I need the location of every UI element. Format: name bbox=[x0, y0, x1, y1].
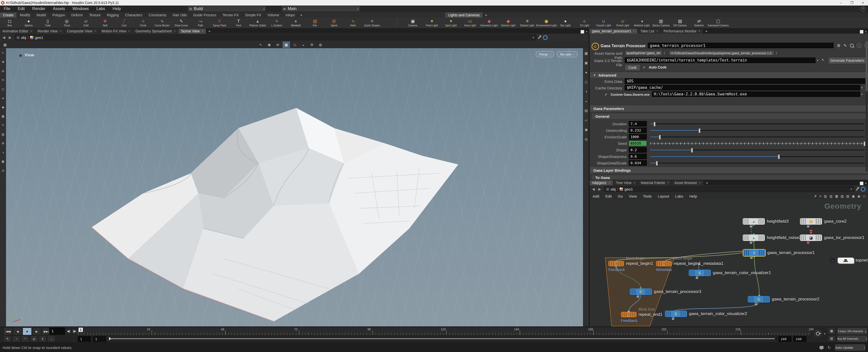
shelf-tool[interactable]: ○ GI Light bbox=[575, 19, 594, 27]
back-button[interactable]: ◀ bbox=[592, 187, 595, 191]
playback-range-bar[interactable] bbox=[111, 338, 776, 339]
spinner-icon[interactable]: ▴▾ bbox=[776, 51, 777, 55]
asset-name-dropdown[interactable]: quadspinner:gaea_terr... bbox=[625, 50, 662, 56]
menu-item[interactable]: Render bbox=[28, 5, 49, 12]
spinner-icon[interactable]: ▴▾ bbox=[357, 7, 358, 10]
menu-item[interactable]: Assets bbox=[49, 5, 69, 12]
shelf-tool[interactable]: @ Spiral bbox=[324, 19, 343, 27]
close-tab-icon[interactable]: × bbox=[174, 29, 176, 33]
gear-icon[interactable]: ⚙ bbox=[837, 43, 840, 48]
refresh-icon[interactable]: ↻ bbox=[828, 345, 831, 350]
shelf-tab[interactable]: Model bbox=[33, 12, 49, 18]
toolbar-icon[interactable]: ◍ bbox=[317, 42, 324, 48]
viewport-tool-icon[interactable]: ✎ bbox=[0, 123, 6, 128]
shelf-tool[interactable]: T Font bbox=[229, 19, 248, 27]
timeline-option-button[interactable]: ‖ bbox=[39, 336, 47, 342]
range-end-field[interactable]: 240 bbox=[794, 336, 806, 342]
network-toolbar-icon[interactable]: ◉ bbox=[858, 194, 860, 198]
slider-handle[interactable] bbox=[778, 154, 780, 159]
close-button[interactable]: × bbox=[862, 1, 864, 5]
slider-track[interactable] bbox=[650, 143, 865, 144]
network-node[interactable]: ● Block Begin repeat_begin1 Feedback bbox=[609, 261, 624, 266]
viewport-tool-icon[interactable]: ▤ bbox=[0, 132, 6, 137]
timeline-option-button[interactable]: ◠ bbox=[21, 336, 29, 342]
swarm-dropdown-icon[interactable]: ▾ bbox=[861, 93, 863, 96]
shelf-tab[interactable]: Volume bbox=[265, 12, 282, 18]
playback-end-field[interactable]: 240 bbox=[778, 336, 792, 342]
breadcrumb[interactable]: ▤ obj / geo1 ▾ bbox=[604, 186, 854, 192]
snap-options-icon[interactable]: ▦ bbox=[1, 42, 8, 48]
auto-update-selector[interactable]: Auto Update ▴▾ bbox=[835, 344, 866, 351]
slider-track[interactable] bbox=[650, 136, 865, 137]
spinner-icon[interactable]: ▴▾ bbox=[264, 7, 265, 10]
advanced-section-header[interactable]: ▼ Advanced bbox=[590, 72, 868, 78]
viewport-tool-icon[interactable]: ⚙ bbox=[0, 140, 6, 146]
viewport-tool-icon[interactable]: ◆ bbox=[0, 104, 6, 110]
shelf-tool[interactable]: ○ Circle bbox=[133, 19, 153, 27]
step-back-button[interactable]: ◀| bbox=[66, 329, 71, 334]
transport-button[interactable]: ■ bbox=[23, 328, 32, 335]
pin-icon[interactable] bbox=[538, 36, 540, 39]
shelf-tool[interactable]: ◻ Box bbox=[0, 19, 19, 27]
shelf-set-selector[interactable]: ⊞ Build ▴▾ bbox=[187, 6, 266, 12]
network-toolbar-icon[interactable]: ▧ bbox=[841, 194, 844, 198]
range-start-handle[interactable] bbox=[109, 337, 111, 341]
breadcrumb-dropdown-icon[interactable]: ▾ bbox=[532, 36, 534, 39]
shelf-tool[interactable]: ✶ Point Light bbox=[422, 19, 441, 27]
network-toolbar-icon[interactable]: ▦ bbox=[835, 194, 838, 198]
transport-button[interactable]: ◀ bbox=[13, 328, 22, 335]
viewport-tool-icon[interactable]: ● bbox=[0, 95, 6, 101]
shelf-tool[interactable]: ▲ Platonic Solids bbox=[248, 19, 267, 27]
playback-start-field[interactable]: 1 bbox=[93, 336, 106, 342]
transport-button[interactable]: ▶ bbox=[32, 328, 41, 335]
close-tab-icon[interactable]: × bbox=[202, 29, 204, 33]
keys-channels-button[interactable]: 0 keys, 0/0 channels ▴ bbox=[837, 328, 867, 335]
network-menu-item[interactable]: Add bbox=[590, 194, 602, 198]
viewport-tool-icon[interactable]: ◎ bbox=[0, 168, 6, 173]
file-dropdown-icon[interactable]: ▾ bbox=[817, 59, 818, 62]
parameter-value-field[interactable]: 0.2 bbox=[629, 147, 647, 153]
viewport-tool-icon[interactable]: ◻ bbox=[0, 86, 6, 92]
key-panel-icon[interactable]: ▦ bbox=[828, 328, 836, 334]
close-tab-icon[interactable]: × bbox=[30, 29, 32, 33]
perspective-selector[interactable]: Persp ▾ bbox=[536, 51, 554, 57]
network-menu-item[interactable]: Go bbox=[615, 194, 626, 198]
pane-menu-icon[interactable]: ▾ bbox=[865, 30, 867, 33]
pane-tab[interactable]: Motion FX View × bbox=[99, 29, 132, 34]
menu-item[interactable]: Labs bbox=[93, 5, 109, 12]
shelf-tab[interactable]: Terrain FX bbox=[219, 12, 242, 18]
network-node[interactable]: C gaea_terrain_color_visualizer2 bbox=[665, 311, 687, 317]
pane-split-icon[interactable] bbox=[581, 30, 584, 34]
network-toolbar-icon[interactable]: ≡ bbox=[819, 194, 821, 198]
network-toolbar-icon[interactable]: ▨ bbox=[846, 194, 849, 198]
swarm-exe-field[interactable] bbox=[652, 91, 860, 97]
shelf-tab[interactable]: Characters bbox=[122, 12, 145, 18]
pane-tab[interactable]: Animation Editor × bbox=[0, 29, 35, 34]
network-node[interactable]: topnet1 – bbox=[838, 258, 854, 263]
pane-tab[interactable]: Tree View × bbox=[613, 180, 638, 185]
shelf-tool[interactable]: ∿ Helix bbox=[343, 19, 363, 27]
close-tab-icon[interactable]: × bbox=[609, 181, 610, 185]
network-node[interactable]: ● Block End repeat_end1 Feedback bbox=[621, 312, 637, 317]
network-menu-item[interactable]: Edit bbox=[602, 194, 615, 198]
shelf-tab[interactable]: Texture bbox=[86, 12, 104, 18]
network-node[interactable]: ▤ gaea_core2 bbox=[800, 218, 822, 225]
shelf-tool[interactable]: ▯ Tube bbox=[38, 19, 57, 27]
shelf-tab[interactable]: Create bbox=[0, 12, 17, 18]
network-menu-item[interactable]: View bbox=[626, 194, 640, 198]
range-start-field[interactable]: 1 bbox=[78, 336, 91, 342]
shelf-tool[interactable]: ✳ Distant Light bbox=[518, 19, 537, 27]
slider-handle[interactable] bbox=[659, 135, 661, 139]
toolbar-icon[interactable]: ↖ bbox=[257, 42, 264, 48]
generate-parameters-button[interactable]: Generate Parameters bbox=[828, 57, 866, 64]
shelf-tool[interactable]: ✳ Spray Paint bbox=[210, 19, 229, 27]
add-pane-tab-button[interactable]: + bbox=[704, 180, 710, 185]
restore-button[interactable]: ❐ bbox=[850, 1, 854, 5]
network-node[interactable]: C gaea_terrain_processor1 bbox=[743, 250, 765, 256]
slider-handle[interactable] bbox=[656, 161, 658, 166]
pane-tab[interactable]: gaea_terrain_processor1 × bbox=[590, 29, 638, 34]
shelf-tab[interactable]: Guide Process bbox=[190, 12, 219, 18]
network-toolbar-icon[interactable]: ▣ bbox=[852, 194, 855, 198]
shelf-tool[interactable]: ◆ Geometry Light bbox=[479, 19, 499, 27]
shelf-tool[interactable]: ◆ Volume Light bbox=[499, 19, 518, 27]
